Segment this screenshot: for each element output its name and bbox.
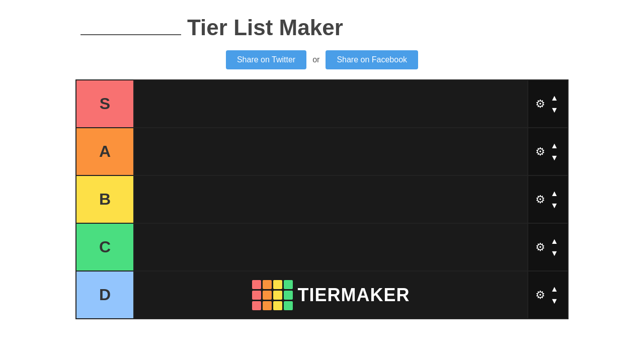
tier-controls-b: ⚙▲▼ — [527, 176, 568, 223]
tier-content-d[interactable]: TiERMAKER — [134, 272, 527, 318]
gear-icon[interactable]: ⚙ — [535, 98, 545, 111]
tier-controls-s: ⚙▲▼ — [527, 80, 568, 127]
tier-label-d: D — [76, 272, 134, 318]
tier-row-a: A⚙▲▼ — [76, 128, 568, 176]
tiermaker-logo: TiERMAKER — [252, 280, 410, 310]
tier-content-s[interactable] — [134, 80, 527, 127]
logo-text: TiERMAKER — [298, 285, 410, 306]
move-down-c[interactable]: ▼ — [548, 248, 560, 258]
tier-row-d: DTiERMAKER⚙▲▼ — [76, 272, 568, 318]
gear-icon[interactable]: ⚙ — [535, 145, 545, 158]
or-separator: or — [312, 55, 319, 64]
gear-icon[interactable]: ⚙ — [535, 193, 545, 206]
page-title: Tier List Maker — [187, 15, 343, 40]
page-header: Tier List Maker — [0, 0, 644, 45]
gear-icon[interactable]: ⚙ — [535, 289, 545, 302]
share-facebook-button[interactable]: Share on Facebook — [326, 50, 418, 69]
tier-controls-d: ⚙▲▼ — [527, 272, 568, 318]
tier-row-b: B⚙▲▼ — [76, 176, 568, 224]
move-up-s[interactable]: ▲ — [548, 93, 560, 103]
move-up-b[interactable]: ▲ — [548, 189, 560, 199]
tier-label-c: C — [76, 224, 134, 270]
arrow-group-a: ▲▼ — [548, 141, 560, 163]
arrow-group-s: ▲▼ — [548, 93, 560, 115]
tier-controls-a: ⚙▲▼ — [527, 128, 568, 175]
gear-icon[interactable]: ⚙ — [535, 241, 545, 254]
move-up-d[interactable]: ▲ — [548, 284, 560, 294]
tier-content-b[interactable] — [134, 176, 527, 223]
tier-label-a: A — [76, 128, 134, 175]
tier-label-s: S — [76, 80, 134, 127]
move-up-c[interactable]: ▲ — [548, 236, 560, 246]
arrow-group-d: ▲▼ — [548, 284, 560, 306]
tier-list: S⚙▲▼A⚙▲▼B⚙▲▼C⚙▲▼DTiERMAKER⚙▲▼ — [75, 79, 569, 319]
tier-controls-c: ⚙▲▼ — [527, 224, 568, 270]
arrow-group-c: ▲▼ — [548, 236, 560, 258]
arrow-group-b: ▲▼ — [548, 189, 560, 211]
tier-content-a[interactable] — [134, 128, 527, 175]
share-bar: Share on Twitter or Share on Facebook — [0, 50, 644, 69]
tier-label-b: B — [76, 176, 134, 223]
move-up-a[interactable]: ▲ — [548, 141, 560, 151]
tier-row-s: S⚙▲▼ — [76, 80, 568, 128]
move-down-b[interactable]: ▼ — [548, 201, 560, 211]
tier-content-c[interactable] — [134, 224, 527, 270]
share-twitter-button[interactable]: Share on Twitter — [226, 50, 306, 69]
move-down-a[interactable]: ▼ — [548, 153, 560, 163]
tier-row-c: C⚙▲▼ — [76, 224, 568, 272]
move-down-s[interactable]: ▼ — [548, 105, 560, 115]
header-line — [80, 34, 181, 35]
move-down-d[interactable]: ▼ — [548, 296, 560, 306]
